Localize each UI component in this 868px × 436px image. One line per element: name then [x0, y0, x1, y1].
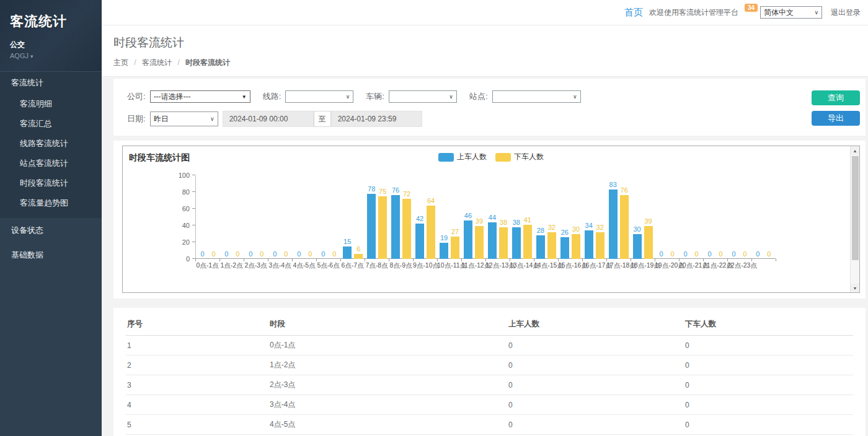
bar-slot: 0: [306, 175, 314, 259]
chevron-down-icon: ∨: [573, 94, 577, 100]
stats-table: 序号时段上车人数下车人数 10点-1点0021点-2点0032点-3点0043点…: [126, 314, 853, 436]
bar-slot: 39: [644, 175, 653, 259]
bar-slot: 38: [499, 175, 508, 259]
table-header-row: 序号时段上车人数下车人数: [126, 314, 853, 336]
bar-slot: 0: [764, 175, 773, 259]
chart-plot: 0000000000001567875767242641927463944383…: [195, 175, 776, 259]
x-axis-label: 11点-12点: [461, 261, 485, 270]
bar-alighting: 32: [596, 232, 604, 259]
language-select-value: 简体中文: [764, 7, 794, 18]
chart-category-cell: 7875: [365, 175, 389, 259]
sidebar-item[interactable]: 基础数据: [0, 243, 102, 268]
bar-value-label: 42: [416, 215, 423, 222]
notification-badge[interactable]: 34: [745, 4, 758, 12]
bar-value-label: 38: [500, 219, 507, 226]
table-row: 21点-2点00: [126, 355, 853, 375]
chart-category-cell: 00: [679, 175, 703, 259]
date-preset-select[interactable]: 昨日 ∨: [150, 111, 218, 126]
bar-value-label: 0: [660, 250, 663, 258]
table-cell: 0: [684, 375, 853, 395]
table-cell: 3: [126, 375, 268, 395]
sidebar-subitem[interactable]: 客流明细: [0, 94, 102, 114]
line-select[interactable]: ∨: [285, 90, 353, 103]
chart-header: 时段车流统计图 上车人数下车人数: [123, 146, 859, 165]
x-axis-label: 8点-9点: [389, 261, 413, 270]
bar-value-label: 78: [368, 185, 375, 193]
date-label: 日期:: [127, 113, 146, 124]
legend-item[interactable]: 下车人数: [495, 152, 544, 162]
scrollbar-down-arrow[interactable]: ▼: [851, 284, 859, 292]
bar-slot: 0: [198, 175, 206, 259]
filter-row-2: 日期: 昨日 ∨ 2024-01-09 00:00 至 2024-01-09 2…: [127, 111, 805, 127]
chart-vertical-scrollbar[interactable]: ▲ ▼: [850, 146, 859, 292]
filter-rows: 公司: ---请选择--- ▼ 线路: ∨ 车辆: ∨: [127, 90, 805, 127]
bar-boarding: 34: [585, 230, 593, 259]
bar-slot: 72: [402, 175, 411, 259]
x-axis-label: 9点-10点: [413, 261, 437, 270]
breadcrumb-parent[interactable]: 客流统计: [142, 58, 172, 67]
bar-value-label: 0: [694, 250, 698, 258]
export-button[interactable]: 导出: [812, 111, 860, 126]
chart-category-cell: 3432: [582, 175, 606, 259]
bar-boarding: 76: [391, 195, 400, 259]
bar-slot: 0: [246, 175, 255, 259]
chart-category-cell: 1927: [438, 175, 462, 259]
date-end-input[interactable]: 2024-01-09 23:59: [331, 111, 422, 127]
legend-item[interactable]: 上车人数: [438, 152, 487, 162]
sidebar-subitem[interactable]: 时段客流统计: [0, 173, 102, 193]
x-axis-label: 13点-14点: [510, 261, 534, 270]
x-axis-label: 4点-5点: [292, 261, 316, 270]
chart-category-cell: 00: [751, 175, 776, 259]
x-axis-label: 6点-7点: [340, 261, 365, 270]
company-select[interactable]: ---请选择--- ▼: [150, 90, 250, 103]
table-cell: 1点-2点: [268, 355, 507, 375]
bar-alighting: 27: [451, 237, 459, 259]
chart-body: 020406080100 000000000000156787576724264…: [123, 175, 859, 259]
legend-swatch: [495, 153, 511, 162]
chart-category-cell: 00: [655, 175, 679, 259]
page-content: 公司: ---请选择--- ▼ 线路: ∨ 车辆: ∨: [102, 77, 868, 436]
sidebar-subitem[interactable]: 线路客流统计: [0, 134, 102, 154]
sidebar-subitem[interactable]: 客流量趋势图: [0, 193, 102, 213]
bar-slot: 27: [451, 175, 459, 259]
sidebar: 客流统计 公交 AQGJ ▾ 客流统计 客流明细客流汇总线路客流统计站点客流统计…: [0, 0, 102, 436]
bar-alighting: 39: [475, 226, 484, 259]
sidebar-item-passenger-stats[interactable]: 客流统计: [0, 72, 102, 94]
table-cell: 0: [507, 336, 684, 355]
logout-link[interactable]: 退出登录: [831, 7, 861, 18]
y-axis-label: 100: [179, 172, 190, 179]
y-axis-tick: [192, 175, 195, 175]
bar-slot: 26: [560, 175, 569, 259]
bar-value-label: 44: [489, 214, 496, 221]
bar-value-label: 28: [537, 227, 544, 234]
query-button[interactable]: 查询: [812, 90, 860, 105]
bar-value-label: 6: [356, 245, 360, 253]
bar-boarding: 46: [464, 220, 472, 259]
breadcrumb-home[interactable]: 主页: [113, 58, 128, 67]
bar-value-label: 0: [719, 250, 722, 258]
date-start-input[interactable]: 2024-01-09 00:00: [223, 111, 314, 127]
scrollbar-up-arrow[interactable]: ▲: [851, 146, 859, 155]
sidebar-item[interactable]: 设备状态: [0, 218, 102, 243]
table-cell: 0: [684, 355, 853, 375]
bar-value-label: 46: [464, 212, 472, 219]
org-code-dropdown[interactable]: AQGJ ▾: [10, 52, 92, 59]
bar-value-label: 0: [743, 250, 746, 258]
x-axis-label: 16点-17点: [582, 261, 606, 270]
vehicle-select[interactable]: ∨: [389, 90, 457, 103]
sidebar-subitem[interactable]: 站点客流统计: [0, 154, 102, 173]
breadcrumb: 主页 / 客流统计 / 时段客流统计: [113, 58, 856, 68]
station-select[interactable]: ∨: [492, 90, 581, 103]
sidebar-subitem[interactable]: 客流汇总: [0, 114, 102, 134]
scrollbar-thumb[interactable]: [852, 156, 859, 260]
bar-value-label: 0: [273, 250, 277, 258]
chart-category-cell: 7672: [389, 175, 414, 259]
company-select-value: ---请选择---: [154, 92, 191, 102]
y-axis-label: 80: [182, 188, 190, 196]
bar-slot: 0: [233, 175, 242, 259]
home-link[interactable]: 首页: [624, 7, 643, 19]
bar-value-label: 0: [200, 250, 204, 258]
table-cell: 0: [507, 355, 684, 375]
table-cell: 4点-5点: [268, 415, 507, 435]
language-select[interactable]: 简体中文 ∨: [760, 6, 822, 19]
